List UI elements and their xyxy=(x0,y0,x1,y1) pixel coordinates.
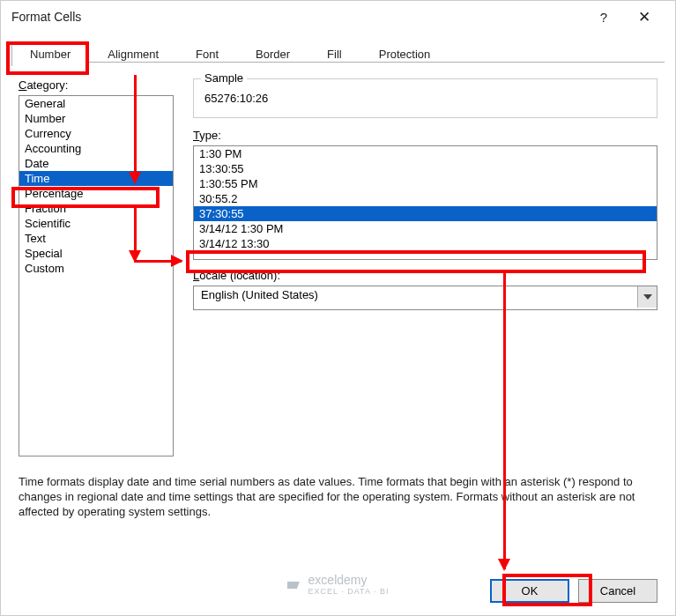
chevron-down-icon[interactable] xyxy=(637,286,657,308)
watermark: exceldemy EXCEL · DATA · BI xyxy=(287,573,390,596)
type-item[interactable]: 1:30:55 PM xyxy=(194,176,657,191)
format-description: Time formats display date and time seria… xyxy=(19,475,657,520)
category-item-fraction[interactable]: Fraction xyxy=(19,201,173,216)
sample-label: Sample xyxy=(201,71,247,85)
type-item[interactable]: 13:30:55 xyxy=(194,161,657,176)
category-item-general[interactable]: General xyxy=(19,96,173,111)
category-label: Category: xyxy=(19,78,174,92)
sample-value: 65276:10:26 xyxy=(204,92,646,105)
category-item-scientific[interactable]: Scientific xyxy=(19,216,173,231)
type-item[interactable]: 3/14/12 13:30 xyxy=(194,236,657,251)
category-item-percentage[interactable]: Percentage xyxy=(19,186,173,201)
content-area: Category: General Number Currency Accoun… xyxy=(1,66,675,456)
tab-number[interactable]: Number xyxy=(11,41,89,66)
category-item-special[interactable]: Special xyxy=(19,246,173,261)
close-button[interactable]: ✕ xyxy=(624,1,665,33)
dialog-title: Format Cells xyxy=(11,10,81,24)
type-item-selected[interactable]: 37:30:55 xyxy=(194,206,657,221)
type-item[interactable]: 3/14/12 1:30 PM xyxy=(194,221,657,236)
category-item-time[interactable]: Time xyxy=(19,171,173,186)
svg-rect-0 xyxy=(287,582,300,589)
cancel-button[interactable]: Cancel xyxy=(578,579,657,603)
locale-label: Locale (location): xyxy=(193,269,657,282)
category-item-date[interactable]: Date xyxy=(19,156,173,171)
category-item-accounting[interactable]: Accounting xyxy=(19,141,173,156)
button-row: OK Cancel xyxy=(490,579,657,603)
type-item[interactable]: 1:30 PM xyxy=(194,146,657,161)
category-item-currency[interactable]: Currency xyxy=(19,126,173,141)
category-item-number[interactable]: Number xyxy=(19,111,173,126)
type-item[interactable]: 30:55.2 xyxy=(194,191,657,206)
locale-value: English (United States) xyxy=(201,288,318,301)
locale-select[interactable]: English (United States) xyxy=(193,286,657,310)
category-item-custom[interactable]: Custom xyxy=(19,261,173,276)
category-item-text[interactable]: Text xyxy=(19,231,173,246)
help-button[interactable]: ? xyxy=(583,1,624,33)
type-list[interactable]: 1:30 PM 13:30:55 1:30:55 PM 30:55.2 37:3… xyxy=(193,145,657,260)
ok-button[interactable]: OK xyxy=(490,579,569,603)
titlebar: Format Cells ? ✕ xyxy=(1,1,675,33)
format-cells-dialog: Format Cells ? ✕ Number Alignment Font B… xyxy=(0,0,676,616)
sample-group: Sample 65276:10:26 xyxy=(193,78,657,118)
type-label: Type: xyxy=(193,129,657,142)
category-list[interactable]: General Number Currency Accounting Date … xyxy=(19,95,174,456)
